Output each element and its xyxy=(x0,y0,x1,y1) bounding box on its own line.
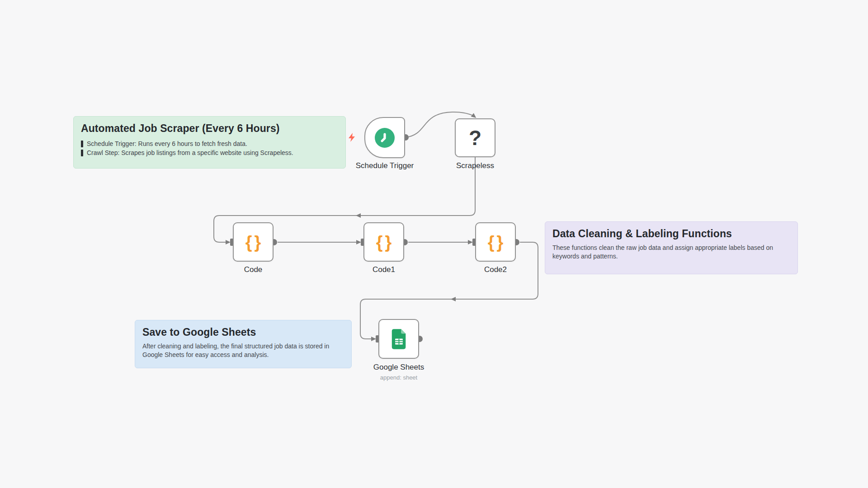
sticky-bullet-line: Crawl Step: Scrapes job listings from a … xyxy=(81,148,338,157)
code-braces-icon: {} xyxy=(243,234,264,251)
sticky-note-save-sheets[interactable]: Save to Google Sheets After cleaning and… xyxy=(135,320,352,368)
clock-icon xyxy=(375,128,395,148)
sticky-title: Data Cleaning & Labeling Functions xyxy=(552,227,790,240)
node-code[interactable]: {} xyxy=(233,222,274,262)
arrowhead-into-gsheets xyxy=(371,337,376,341)
node-label-scrapeless: Scrapeless xyxy=(425,161,525,170)
question-mark-icon: ? xyxy=(469,127,481,148)
sticky-bullet-line: Schedule Trigger: Runs every 6 hours to … xyxy=(81,139,338,148)
sticky-note-data-cleaning[interactable]: Data Cleaning & Labeling Functions These… xyxy=(545,221,798,274)
code-braces-icon: {} xyxy=(374,234,394,251)
node-label-code2: Code2 xyxy=(446,265,545,274)
node-schedule-trigger[interactable] xyxy=(364,117,405,158)
node-sublabel-google-sheets: append: sheet xyxy=(349,374,448,381)
arrowhead-into-code2 xyxy=(468,240,473,244)
node-google-sheets[interactable] xyxy=(378,319,419,359)
node-label-code1: Code1 xyxy=(334,265,434,274)
arrowhead-into-code xyxy=(226,240,231,244)
sticky-title: Save to Google Sheets xyxy=(142,325,344,339)
code-braces-icon: {} xyxy=(486,234,506,251)
node-scrapeless[interactable]: ? xyxy=(455,118,495,157)
trigger-bolt-icon xyxy=(348,133,356,142)
node-label-google-sheets: Google Sheets xyxy=(349,363,448,372)
workflow-canvas[interactable]: Automated Job Scraper (Every 6 Hours) Sc… xyxy=(0,0,868,488)
arrowhead-mid-scrapeless-code xyxy=(356,213,361,218)
google-sheets-icon xyxy=(391,329,407,349)
arrowhead-into-code1 xyxy=(356,240,361,244)
sticky-bullet-text: Crawl Step: Scrapes job listings from a … xyxy=(87,148,293,157)
bullet-bar-icon xyxy=(81,150,83,156)
node-code1[interactable]: {} xyxy=(363,222,404,262)
node-label-schedule-trigger: Schedule Trigger xyxy=(335,161,434,170)
bullet-bar-icon xyxy=(81,141,83,147)
node-code2[interactable]: {} xyxy=(475,222,516,262)
node-label-code: Code xyxy=(203,265,303,274)
sticky-note-job-scraper[interactable]: Automated Job Scraper (Every 6 Hours) Sc… xyxy=(73,116,346,169)
sticky-body: After cleaning and labeling, the final s… xyxy=(142,342,344,359)
sticky-bullet-text: Schedule Trigger: Runs every 6 hours to … xyxy=(87,139,247,148)
sticky-body: These functions clean the raw job data a… xyxy=(552,244,781,261)
arrowhead-mid-code2-gsheets xyxy=(451,297,456,301)
sticky-title: Automated Job Scraper (Every 6 Hours) xyxy=(81,122,338,135)
